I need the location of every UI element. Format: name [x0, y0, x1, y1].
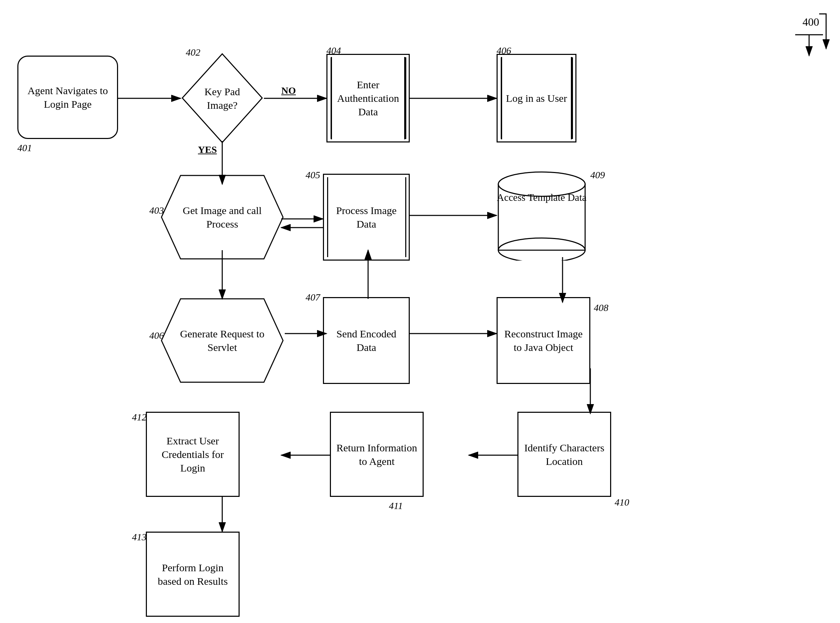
- node-identify-chars: Identify Characters Location: [517, 412, 611, 497]
- node-401-label: Agent Navigates to Login Page: [18, 84, 117, 111]
- cylinder-svg: [497, 170, 587, 261]
- node-413-label: Perform Login based on Results: [147, 561, 239, 588]
- label-411: 411: [389, 500, 403, 511]
- node-login-as-user: Log in as User: [497, 54, 577, 143]
- label-401: 401: [17, 143, 32, 153]
- arrows-layer: [0, 0, 840, 623]
- node-agent-navigates: Agent Navigates to Login Page: [17, 55, 118, 139]
- node-access-template: Access Template Data: [497, 170, 587, 261]
- corner-bracket: [788, 11, 829, 52]
- node-generate-request: Generate Request to Servlet: [160, 297, 285, 384]
- node-412-label: Extract User Credentials for Login: [147, 434, 239, 475]
- node-408-label: Reconstruct Image to Java Object: [497, 327, 589, 354]
- node-send-encoded: Send Encoded Data: [323, 297, 410, 384]
- node-405-label: Process Image Data: [324, 204, 409, 231]
- label-409: 409: [590, 170, 605, 181]
- node-extract-credentials: Extract User Credentials for Login: [146, 412, 240, 497]
- label-410: 410: [615, 497, 629, 508]
- svg-point-23: [498, 238, 585, 261]
- node-410-label: Identify Characters Location: [519, 441, 610, 468]
- label-402: 402: [186, 47, 200, 58]
- node-return-info: Return Information to Agent: [330, 412, 424, 497]
- label-406a: 406: [497, 45, 511, 56]
- node-403-label: Get Image and call Process: [179, 204, 266, 231]
- node-reconstruct-image: Reconstruct Image to Java Object: [497, 297, 590, 384]
- node-perform-login: Perform Login based on Results: [146, 532, 240, 617]
- label-412: 412: [132, 412, 147, 423]
- node-keypad-image: Key Pad Image?: [181, 52, 264, 144]
- flowchart-diagram: Agent Navigates to Login Page 401 Key Pa…: [0, 0, 840, 623]
- label-406b: 406: [149, 330, 164, 341]
- node-406a-label: Log in as User: [498, 91, 575, 105]
- node-get-image: Get Image and call Process: [160, 174, 285, 261]
- node-enter-auth: Enter Authentication Data: [326, 54, 410, 143]
- node-402-label: Key Pad Image?: [193, 85, 252, 112]
- arrow-yes-label: YES: [198, 144, 217, 155]
- node-407-label: Send Encoded Data: [324, 327, 409, 354]
- label-404: 404: [326, 45, 341, 56]
- node-406b-label: Generate Request to Servlet: [179, 327, 266, 354]
- arrow-no-label: NO: [281, 85, 296, 96]
- label-405: 405: [306, 170, 320, 181]
- node-411-label: Return Information to Agent: [331, 441, 422, 468]
- node-409-label: Access Template Data: [497, 191, 587, 204]
- node-process-image: Process Image Data: [323, 174, 410, 261]
- label-408: 408: [594, 302, 608, 313]
- label-403: 403: [149, 205, 164, 216]
- label-407: 407: [306, 292, 320, 303]
- label-413: 413: [132, 532, 147, 543]
- node-404-label: Enter Authentication Data: [327, 78, 409, 118]
